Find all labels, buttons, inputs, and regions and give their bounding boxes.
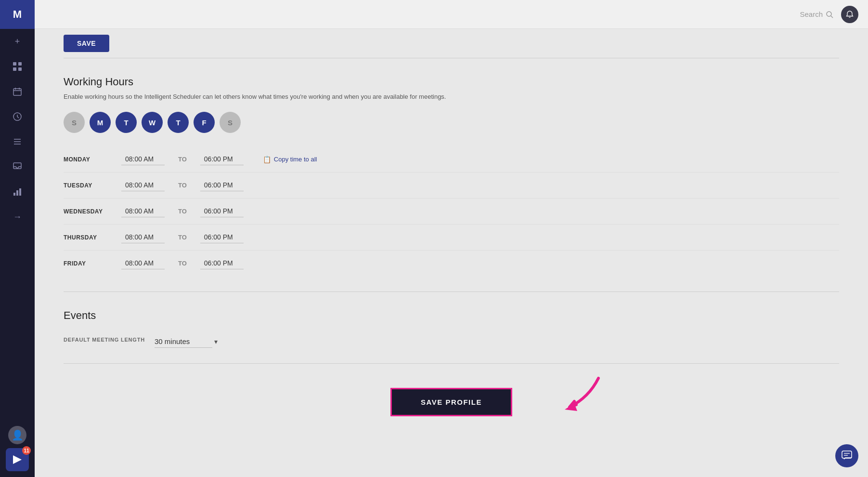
day-circles: S M T W T F S	[64, 112, 839, 133]
table-row: TUESDAY TO	[64, 172, 839, 199]
svg-rect-0	[13, 62, 16, 66]
add-icon[interactable]: +	[0, 29, 35, 54]
sidebar-bottom: 👤 11	[0, 426, 35, 477]
day-circle-sunday[interactable]: S	[64, 112, 85, 133]
events-section: Events DEFAULT MEETING LENGTH 15 minutes…	[64, 292, 839, 364]
topbar: Search	[35, 0, 868, 29]
copy-link-label: Copy time to all	[274, 156, 317, 163]
day-circle-tuesday[interactable]: T	[116, 112, 137, 133]
chat-button[interactable]	[835, 444, 858, 467]
chevron-down-icon: ▾	[214, 338, 218, 345]
wednesday-start-time[interactable]	[121, 205, 165, 217]
clock-icon[interactable]	[0, 104, 35, 129]
content-area: Search SAVE Working Hours	[35, 0, 868, 477]
svg-rect-2	[13, 67, 16, 71]
arrow-annotation	[512, 369, 608, 428]
day-label-friday: FRIDAY	[64, 260, 112, 267]
working-hours-title: Working Hours	[64, 76, 839, 88]
meeting-length-select[interactable]: 15 minutes 30 minutes 45 minutes 60 minu…	[155, 335, 212, 348]
svg-line-10	[17, 117, 19, 118]
grid-icon[interactable]	[0, 54, 35, 79]
svg-line-19	[831, 16, 833, 18]
svg-rect-22	[842, 451, 852, 458]
svg-rect-16	[16, 190, 18, 196]
arrow-right-icon[interactable]: →	[0, 204, 35, 229]
top-save-button[interactable]: SAVE	[64, 35, 109, 52]
friday-start-time[interactable]	[121, 257, 165, 269]
day-circle-friday[interactable]: F	[194, 112, 215, 133]
notification-badge: 11	[22, 446, 31, 455]
to-label: TO	[178, 260, 187, 267]
to-label: TO	[178, 156, 187, 163]
svg-rect-4	[13, 89, 21, 95]
monday-end-time[interactable]	[200, 153, 244, 165]
table-row: FRIDAY TO	[64, 251, 839, 276]
meeting-length-select-wrapper: 15 minutes 30 minutes 45 minutes 60 minu…	[155, 335, 218, 348]
copy-time-link[interactable]: 📋 Copy time to all	[263, 156, 317, 163]
list-icon[interactable]	[0, 129, 35, 154]
calendar-icon[interactable]	[0, 79, 35, 104]
sidebar: M +	[0, 0, 35, 477]
svg-rect-14	[13, 163, 21, 169]
day-label-monday: MONDAY	[64, 156, 112, 163]
day-label-wednesday: WEDNESDAY	[64, 208, 112, 215]
table-row: MONDAY TO 📋 Copy time to all	[64, 146, 839, 172]
day-circle-saturday[interactable]: S	[220, 112, 241, 133]
inbox-icon[interactable]	[0, 154, 35, 179]
day-label-thursday: THURSDAY	[64, 234, 112, 241]
tuesday-start-time[interactable]	[121, 179, 165, 191]
table-row: WEDNESDAY TO	[64, 199, 839, 225]
chart-icon[interactable]	[0, 179, 35, 204]
sidebar-logo[interactable]: M	[0, 0, 35, 29]
events-title: Events	[64, 309, 839, 322]
save-profile-button[interactable]: SAVE PROFILE	[390, 388, 512, 416]
to-label: TO	[178, 182, 187, 189]
hours-table: MONDAY TO 📋 Copy time to all TUESDAY	[64, 146, 839, 276]
search-icon	[826, 11, 833, 18]
sidebar-badge[interactable]: 11	[6, 448, 29, 471]
main-content: SAVE Working Hours Enable working hours …	[35, 29, 868, 477]
top-action-bar: SAVE	[64, 29, 839, 58]
svg-rect-3	[18, 67, 22, 71]
day-circle-wednesday[interactable]: W	[142, 112, 163, 133]
working-hours-desc: Enable working hours so the Intelligent …	[64, 93, 839, 100]
avatar[interactable]: 👤	[8, 426, 26, 444]
svg-point-18	[827, 12, 831, 16]
search-area[interactable]: Search	[800, 10, 833, 18]
day-circle-thursday[interactable]: T	[168, 112, 189, 133]
svg-marker-21	[565, 403, 577, 411]
friday-end-time[interactable]	[200, 257, 244, 269]
working-hours-section: Working Hours Enable working hours so th…	[64, 58, 839, 292]
notification-button[interactable]	[841, 6, 858, 23]
thursday-start-time[interactable]	[121, 231, 165, 243]
to-label: TO	[178, 208, 187, 215]
wednesday-end-time[interactable]	[200, 205, 244, 217]
table-row: THURSDAY TO	[64, 225, 839, 251]
svg-rect-1	[18, 62, 22, 66]
svg-rect-15	[13, 193, 15, 196]
svg-rect-17	[19, 188, 21, 196]
meeting-length-label: DEFAULT MEETING LENGTH	[64, 337, 145, 343]
day-circle-monday[interactable]: M	[90, 112, 111, 133]
copy-icon: 📋	[263, 156, 271, 163]
save-profile-area: SAVE PROFILE	[64, 364, 839, 436]
thursday-end-time[interactable]	[200, 231, 244, 243]
to-label: TO	[178, 234, 187, 241]
search-label: Search	[800, 10, 823, 18]
tuesday-end-time[interactable]	[200, 179, 244, 191]
day-label-tuesday: TUESDAY	[64, 182, 112, 189]
monday-start-time[interactable]	[121, 153, 165, 165]
